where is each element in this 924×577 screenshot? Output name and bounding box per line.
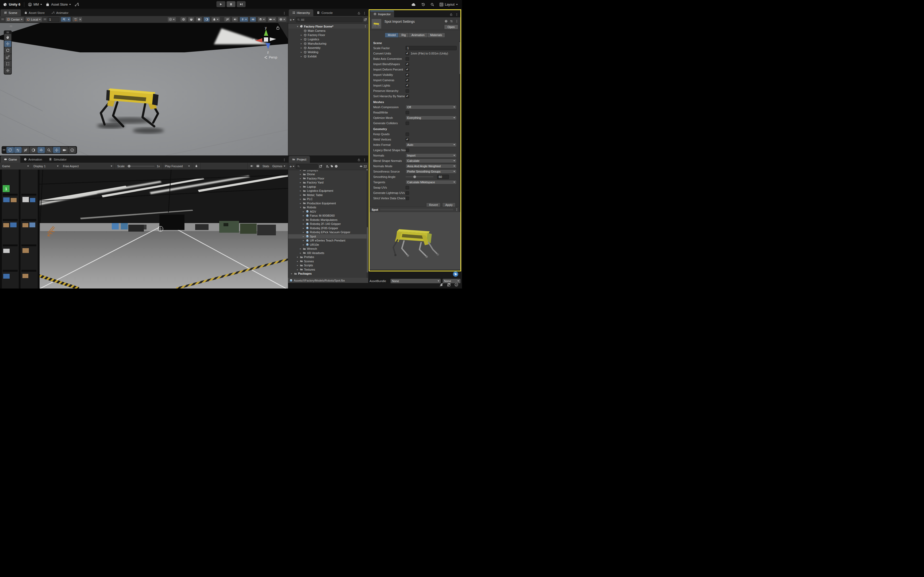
history-icon[interactable]	[422, 3, 425, 6]
visible-count[interactable]: 22	[360, 165, 367, 168]
project-item[interactable]: ▸Production Equipment	[288, 201, 368, 205]
collapse-arrow-icon[interactable]: ▸	[296, 268, 299, 271]
asset-preview[interactable]	[370, 212, 460, 270]
optimize-mesh-dropdown[interactable]: Everything	[405, 116, 457, 120]
snap-increment-button[interactable]	[72, 17, 79, 22]
smoothing-angle-value-field[interactable]: 60	[437, 175, 449, 179]
kebab-icon[interactable]	[455, 20, 458, 23]
collapse-arrow-icon[interactable]: ▸	[299, 177, 302, 180]
snap-increment-dropdown[interactable]	[79, 17, 82, 22]
project-item[interactable]: ▸Textures	[288, 268, 368, 272]
speaker-icon[interactable]	[250, 164, 253, 168]
play-button[interactable]	[216, 1, 225, 7]
collapse-arrow-icon[interactable]: ▸	[300, 38, 303, 40]
project-item[interactable]: ▸Robotiq EPick Vacuum Gripper	[288, 230, 368, 235]
collapse-arrow-icon[interactable]: ▸	[299, 181, 302, 184]
tab-project[interactable]: Project	[289, 156, 310, 163]
collapse-arrow-icon[interactable]: ▸	[302, 243, 305, 246]
collapse-arrow-icon[interactable]: ▸	[299, 173, 302, 176]
hierarchy-item[interactable]: ▸Manufacturing	[288, 41, 368, 46]
project-item[interactable]: ▸Scenes	[288, 259, 368, 263]
collapse-arrow-icon[interactable]: ▸	[300, 42, 303, 45]
project-item[interactable]: ▸UR eSeries Teach Pendant	[288, 239, 368, 243]
lock-icon[interactable]	[357, 158, 360, 161]
blend-shape-normals-dropdown[interactable]: Calculate	[405, 159, 457, 163]
view-tool-button[interactable]	[4, 34, 11, 40]
collapse-arrow-icon[interactable]: ▸	[299, 185, 302, 188]
hierarchy-search-input[interactable]: All	[296, 18, 363, 22]
rect-tool-button[interactable]	[4, 61, 11, 67]
shading-lit-button[interactable]	[204, 17, 210, 22]
mesh-compression-dropdown[interactable]: Off	[405, 105, 457, 109]
project-item-selected[interactable]: ▸Spot	[288, 234, 368, 239]
preserve-hierarchy-checkbox[interactable]	[405, 89, 409, 93]
import-tab-rig[interactable]: Rig	[399, 32, 409, 38]
lock-icon[interactable]	[357, 12, 360, 15]
presets-icon[interactable]	[450, 20, 453, 23]
import-cameras-checkbox[interactable]: ✔	[405, 79, 409, 82]
project-item[interactable]: ▸Robotiq 2F-140 Gripper	[288, 222, 368, 226]
axis-gizmo[interactable]: y x z	[251, 26, 281, 56]
account-menu[interactable]: MM	[28, 3, 42, 6]
collapse-arrow-icon[interactable]: ▸	[300, 51, 303, 53]
aspect-ratio-dropdown[interactable]: Free Aspect	[61, 163, 115, 169]
effects-dropdown[interactable]	[239, 17, 249, 22]
project-item[interactable]: ▸Fanuc M-900iB360	[288, 214, 368, 218]
kebab-icon[interactable]	[283, 12, 286, 15]
cloud-icon[interactable]	[411, 3, 416, 6]
project-item[interactable]: ▸Packages	[288, 272, 368, 276]
grid-snap-button[interactable]: Y	[61, 17, 67, 22]
tab-hierarchy[interactable]: Hierarchy	[289, 9, 313, 16]
tab-simulator[interactable]: Simulator	[45, 156, 70, 163]
normals-mode-dropdown[interactable]: Area And Angle Weighted	[405, 164, 457, 168]
bake-axis-conversion-checkbox[interactable]	[405, 57, 409, 61]
project-search-input[interactable]	[296, 164, 318, 169]
camera-preview-button[interactable]	[61, 147, 68, 153]
weld-vertices-checkbox[interactable]: ✔	[405, 138, 409, 141]
status-ok-icon[interactable]	[454, 283, 458, 287]
import-tab-materials[interactable]: Materials	[428, 32, 445, 38]
slider-thumb[interactable]	[414, 176, 416, 178]
import-visibility-checkbox[interactable]: ✔	[405, 73, 409, 77]
collapse-arrow-icon[interactable]: ▸	[302, 222, 305, 225]
scale-tool-button[interactable]	[4, 54, 11, 60]
inspector-scrollbar[interactable]	[459, 41, 460, 212]
collapse-arrow-icon[interactable]: ▸	[302, 235, 305, 238]
grid-snap-dropdown[interactable]	[67, 17, 71, 22]
project-item[interactable]: ▸Drone	[288, 172, 368, 177]
open-button[interactable]: Open	[444, 24, 458, 29]
open-new-window-icon[interactable]	[319, 165, 322, 168]
play-focused-dropdown[interactable]: Play Focused	[163, 163, 192, 169]
overlay-drag-handle[interactable]	[3, 149, 5, 151]
debug-game-button[interactable]	[192, 163, 200, 169]
expand-arrow-icon[interactable]: ▾	[296, 25, 299, 28]
smoothing-angle-slider[interactable]	[405, 177, 433, 177]
tools-drag-handle[interactable]	[6, 32, 9, 33]
tab-asset-store[interactable]: Asset Store	[21, 9, 48, 16]
orientation-button[interactable]: Local	[26, 17, 42, 22]
tab-game[interactable]: Game	[0, 156, 20, 163]
cache-disabled-icon[interactable]	[447, 283, 451, 287]
tab-inspector[interactable]: Inspector	[370, 11, 394, 18]
import-tab-model[interactable]: Model	[385, 32, 399, 38]
project-item[interactable]: ▸AGV	[288, 210, 368, 214]
collapse-arrow-icon[interactable]: ▸	[290, 272, 293, 275]
pivot-mode-button[interactable]: Center	[5, 17, 24, 22]
collapse-arrow-icon[interactable]: ▸	[299, 170, 302, 171]
grid-size-field[interactable]: 1	[48, 17, 59, 22]
collapse-arrow-icon[interactable]: ▸	[296, 264, 299, 267]
display-target-dropdown[interactable]: Game	[0, 163, 31, 169]
project-item[interactable]: ▸Laptop	[288, 185, 368, 189]
tab-scene[interactable]: Scene	[0, 9, 21, 16]
project-item[interactable]: ▸Factory Yard	[288, 181, 368, 185]
gizmo-overlay-button[interactable]	[37, 147, 45, 153]
shading-shaded-wire-button[interactable]	[188, 17, 194, 22]
transform-tool-button[interactable]	[4, 67, 11, 74]
filter-warning-icon[interactable]	[335, 165, 338, 168]
game-viewport[interactable]: 1	[0, 169, 288, 288]
index-format-dropdown[interactable]: Auto	[405, 143, 457, 147]
shading-unlit-button[interactable]	[196, 17, 202, 22]
smoothness-source-dropdown[interactable]: Prefer Smoothing Groups	[405, 169, 457, 174]
hierarchy-item[interactable]: ▸Welding	[288, 50, 368, 54]
generate-lightmap-uvs-checkbox[interactable]	[405, 191, 409, 195]
